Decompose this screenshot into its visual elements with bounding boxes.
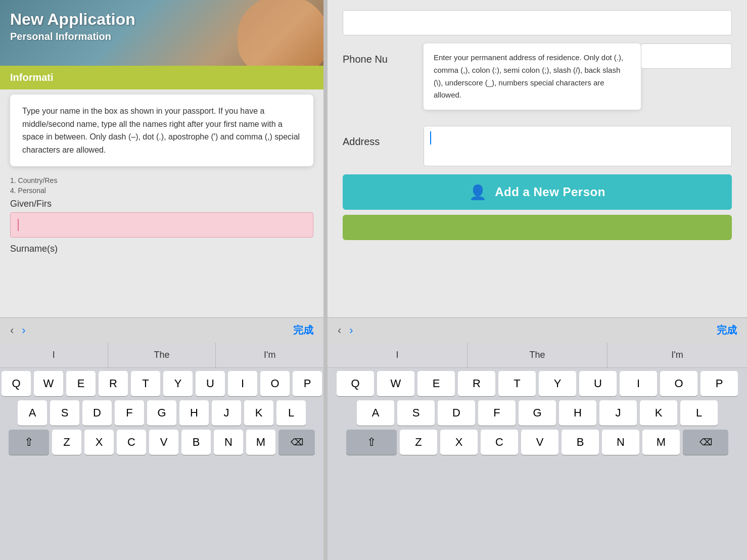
r-key-g[interactable]: G xyxy=(519,400,556,426)
r-key-z[interactable]: Z xyxy=(400,430,437,455)
right-keyboard: I The I'm Q W E R T Y U I O P A S xyxy=(328,343,747,560)
key-o[interactable]: O xyxy=(260,371,290,396)
title-overlay: New Application Personal Information xyxy=(10,10,135,42)
right-nav-bar: ‹ › 完成 xyxy=(328,317,747,343)
step-label: 1. Country/Res xyxy=(10,176,313,184)
r-key-j[interactable]: J xyxy=(599,400,637,426)
given-first-label: Given/Firs xyxy=(10,199,313,209)
r-key-e[interactable]: E xyxy=(417,371,455,396)
name-tooltip: Type your name in the box as shown in yo… xyxy=(10,95,313,166)
key-c[interactable]: C xyxy=(117,430,146,455)
key-rows-left: Q W E R T Y U I O P A S D F G H J K xyxy=(0,368,323,560)
r-key-c[interactable]: C xyxy=(481,430,518,455)
phone-label: Phone Nu xyxy=(343,48,424,65)
key-w[interactable]: W xyxy=(34,371,63,396)
key-z[interactable]: Z xyxy=(52,430,81,455)
key-u[interactable]: U xyxy=(196,371,225,396)
phone-input-wrapper xyxy=(641,43,732,77)
autocomplete-the[interactable]: The xyxy=(108,343,216,367)
r-key-rows: Q W E R T Y U I O P A S D F G H J K xyxy=(328,368,747,560)
r-nav-forward-arrow[interactable]: › xyxy=(349,324,353,337)
r-autocomplete-im[interactable]: I'm xyxy=(608,343,747,367)
panel-divider xyxy=(323,0,328,560)
key-row-2: A S D F G H J K L xyxy=(2,400,322,426)
r-key-delete[interactable]: ⌫ xyxy=(683,430,728,455)
r-key-i[interactable]: I xyxy=(620,371,657,396)
key-r[interactable]: R xyxy=(99,371,128,396)
address-cursor xyxy=(430,131,431,145)
given-first-input[interactable] xyxy=(10,212,313,238)
key-l[interactable]: L xyxy=(276,400,306,426)
r-key-row-1: Q W E R T Y U I O P xyxy=(330,371,745,396)
r-nav-done-button[interactable]: 完成 xyxy=(717,323,737,337)
app-subtitle: Personal Information xyxy=(10,31,135,42)
r-key-k[interactable]: K xyxy=(640,400,677,426)
r-key-f[interactable]: F xyxy=(478,400,516,426)
key-a[interactable]: A xyxy=(18,400,47,426)
key-row-3: ⇧ Z X C V B N M ⌫ xyxy=(2,430,322,455)
key-e[interactable]: E xyxy=(66,371,96,396)
r-key-shift[interactable]: ⇧ xyxy=(346,430,397,455)
r-key-u[interactable]: U xyxy=(579,371,617,396)
phone-input[interactable] xyxy=(641,43,732,69)
key-n[interactable]: N xyxy=(214,430,243,455)
key-t[interactable]: T xyxy=(131,371,160,396)
key-m[interactable]: M xyxy=(246,430,275,455)
nav-forward-arrow[interactable]: › xyxy=(22,324,25,337)
key-s[interactable]: S xyxy=(50,400,79,426)
key-g[interactable]: G xyxy=(147,400,176,426)
key-h[interactable]: H xyxy=(179,400,209,426)
key-j[interactable]: J xyxy=(212,400,241,426)
nav-back-arrow[interactable]: ‹ xyxy=(10,324,14,337)
r-key-m[interactable]: M xyxy=(642,430,680,455)
r-key-b[interactable]: B xyxy=(562,430,599,455)
autocomplete-i[interactable]: I xyxy=(0,343,108,367)
key-x[interactable]: X xyxy=(84,430,114,455)
form-section-left: 1. Country/Res 4. Personal Given/Firs Su… xyxy=(0,171,323,259)
r-nav-back-arrow[interactable]: ‹ xyxy=(338,324,341,337)
r-key-l[interactable]: L xyxy=(680,400,718,426)
top-input-right[interactable] xyxy=(343,10,732,35)
autocomplete-im[interactable]: I'm xyxy=(216,343,323,367)
left-keyboard: I The I'm Q W E R T Y U I O P A S xyxy=(0,343,323,560)
r-key-row-3: ⇧ Z X C V B N M ⌫ xyxy=(330,430,745,455)
green-action-button[interactable] xyxy=(343,215,732,240)
r-key-q[interactable]: Q xyxy=(337,371,374,396)
address-label: Address xyxy=(343,130,424,148)
key-d[interactable]: D xyxy=(82,400,112,426)
info-bar: Informati xyxy=(0,66,323,89)
key-shift[interactable]: ⇧ xyxy=(9,430,49,455)
r-key-w[interactable]: W xyxy=(377,371,414,396)
r-key-v[interactable]: V xyxy=(521,430,558,455)
r-key-h[interactable]: H xyxy=(559,400,596,426)
key-p[interactable]: P xyxy=(293,371,322,396)
r-key-n[interactable]: N xyxy=(602,430,639,455)
nav-done-button[interactable]: 完成 xyxy=(293,323,313,337)
r-key-a[interactable]: A xyxy=(357,400,394,426)
add-person-button[interactable]: 👤 Add a New Person xyxy=(343,174,732,210)
key-delete[interactable]: ⌫ xyxy=(278,430,315,455)
autocomplete-bar-right: I The I'm xyxy=(328,343,747,368)
key-v[interactable]: V xyxy=(149,430,178,455)
r-key-r[interactable]: R xyxy=(458,371,495,396)
key-i[interactable]: I xyxy=(228,371,257,396)
address-row: Address xyxy=(343,126,732,166)
key-f[interactable]: F xyxy=(115,400,144,426)
key-b[interactable]: B xyxy=(181,430,211,455)
r-key-s[interactable]: S xyxy=(397,400,435,426)
address-input[interactable] xyxy=(424,126,732,166)
r-autocomplete-the[interactable]: The xyxy=(468,343,608,367)
r-key-y[interactable]: Y xyxy=(539,371,576,396)
add-person-icon: 👤 xyxy=(469,184,487,201)
key-k[interactable]: K xyxy=(244,400,273,426)
phone-row: Phone Nu Enter your permanent address of… xyxy=(343,43,732,118)
r-key-o[interactable]: O xyxy=(660,371,697,396)
r-key-x[interactable]: X xyxy=(440,430,478,455)
r-key-d[interactable]: D xyxy=(438,400,475,426)
r-key-p[interactable]: P xyxy=(701,371,738,396)
r-autocomplete-i[interactable]: I xyxy=(328,343,468,367)
key-y[interactable]: Y xyxy=(163,371,193,396)
surname-label: Surname(s) xyxy=(10,244,313,254)
r-key-t[interactable]: T xyxy=(498,371,536,396)
key-q[interactable]: Q xyxy=(2,371,31,396)
